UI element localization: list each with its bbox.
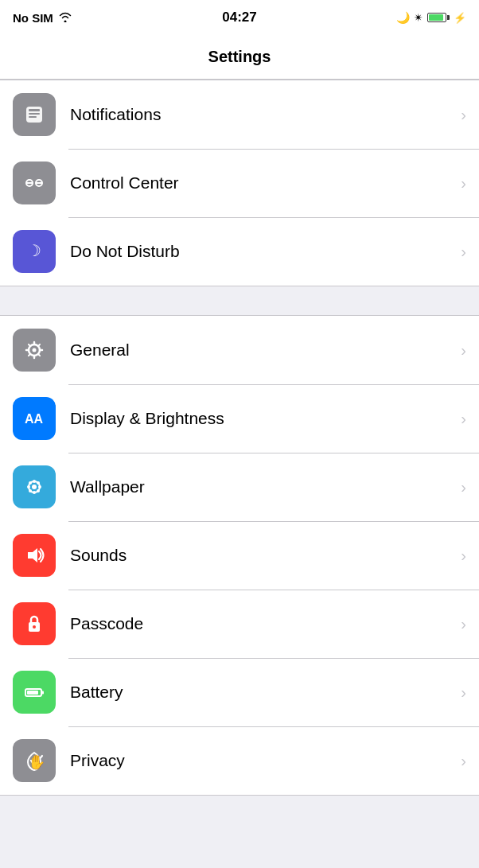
svg-point-32 bbox=[33, 625, 36, 629]
status-right: 🌙 ✴ ⚡ bbox=[396, 11, 466, 24]
svg-point-24 bbox=[38, 485, 41, 488]
do-not-disturb-label: Do Not Disturb bbox=[70, 242, 461, 261]
settings-item-passcode[interactable]: Passcode › bbox=[0, 590, 479, 658]
control-center-chevron: › bbox=[461, 174, 466, 193]
svg-rect-1 bbox=[29, 109, 40, 111]
wallpaper-label: Wallpaper bbox=[70, 477, 461, 496]
svg-point-23 bbox=[27, 485, 30, 488]
general-chevron: › bbox=[461, 341, 466, 360]
notifications-icon bbox=[13, 93, 56, 136]
svg-point-28 bbox=[29, 489, 32, 492]
settings-item-notifications[interactable]: Notifications › bbox=[0, 80, 479, 149]
status-bar: No SIM 04:27 🌙 ✴ ⚡ bbox=[0, 0, 479, 35]
sounds-chevron: › bbox=[461, 547, 466, 565]
bottom-gap bbox=[0, 796, 479, 827]
battery-chevron: › bbox=[461, 683, 466, 702]
settings-item-wallpaper[interactable]: Wallpaper › bbox=[0, 453, 479, 521]
svg-point-10 bbox=[33, 348, 37, 352]
display-label: Display & Brightness bbox=[70, 409, 461, 428]
settings-item-do-not-disturb[interactable]: ☽ Do Not Disturb › bbox=[0, 217, 479, 286]
svg-rect-34 bbox=[27, 691, 38, 695]
do-not-disturb-chevron: › bbox=[461, 243, 466, 261]
svg-rect-35 bbox=[41, 691, 44, 695]
passcode-icon bbox=[13, 602, 56, 645]
moon-icon: 🌙 bbox=[396, 11, 410, 24]
battery-status-icon bbox=[427, 13, 450, 22]
do-not-disturb-icon: ☽ bbox=[13, 230, 56, 273]
status-left: No SIM bbox=[13, 11, 72, 25]
privacy-chevron: › bbox=[461, 752, 466, 770]
svg-text:☽: ☽ bbox=[27, 242, 41, 259]
display-icon: AA bbox=[13, 397, 56, 440]
svg-point-29 bbox=[32, 485, 37, 489]
passcode-chevron: › bbox=[461, 615, 466, 633]
svg-text:✋: ✋ bbox=[28, 753, 46, 771]
privacy-icon: ✋ bbox=[13, 739, 56, 782]
sounds-label: Sounds bbox=[70, 546, 461, 565]
svg-marker-30 bbox=[28, 548, 37, 562]
carrier-label: No SIM bbox=[13, 11, 53, 25]
battery-icon bbox=[13, 671, 56, 714]
wallpaper-icon bbox=[13, 465, 56, 508]
bluetooth-icon: ✴ bbox=[414, 11, 423, 24]
settings-item-control-center[interactable]: Control Center › bbox=[0, 149, 479, 217]
charging-icon: ⚡ bbox=[454, 12, 466, 24]
svg-line-16 bbox=[38, 354, 40, 356]
svg-rect-2 bbox=[29, 113, 40, 115]
svg-point-27 bbox=[37, 481, 40, 485]
settings-item-display[interactable]: AA Display & Brightness › bbox=[0, 384, 479, 453]
svg-text:AA: AA bbox=[25, 412, 44, 426]
page-title: Settings bbox=[208, 48, 271, 66]
notifications-chevron: › bbox=[461, 106, 466, 124]
privacy-label: Privacy bbox=[70, 751, 461, 770]
settings-item-battery[interactable]: Battery › bbox=[0, 658, 479, 726]
notifications-label: Notifications bbox=[70, 105, 461, 124]
general-label: General bbox=[70, 341, 461, 360]
page-header: Settings bbox=[0, 35, 479, 80]
settings-item-sounds[interactable]: Sounds › bbox=[0, 521, 479, 590]
battery-label: Battery bbox=[70, 683, 461, 702]
passcode-label: Passcode bbox=[70, 614, 461, 633]
svg-point-26 bbox=[37, 489, 40, 492]
sounds-icon bbox=[13, 534, 56, 577]
wallpaper-chevron: › bbox=[461, 478, 466, 496]
section-gap-1 bbox=[0, 286, 479, 315]
control-center-icon bbox=[13, 162, 56, 204]
svg-point-21 bbox=[33, 480, 36, 483]
time-display: 04:27 bbox=[222, 10, 256, 25]
settings-group-2: General › AA Display & Brightness › bbox=[0, 315, 479, 796]
svg-line-17 bbox=[38, 344, 40, 346]
settings-item-general[interactable]: General › bbox=[0, 316, 479, 384]
settings-group-1: Notifications › Control Center › ☽ Do No… bbox=[0, 80, 479, 286]
svg-line-15 bbox=[29, 344, 30, 346]
wifi-icon bbox=[58, 11, 72, 25]
display-chevron: › bbox=[461, 410, 466, 428]
settings-item-privacy[interactable]: ✋ Privacy › bbox=[0, 726, 479, 795]
svg-rect-3 bbox=[29, 116, 37, 118]
svg-point-22 bbox=[33, 491, 36, 494]
general-icon bbox=[13, 329, 56, 372]
svg-line-18 bbox=[29, 354, 30, 356]
control-center-label: Control Center bbox=[70, 173, 461, 193]
svg-point-25 bbox=[29, 481, 32, 485]
